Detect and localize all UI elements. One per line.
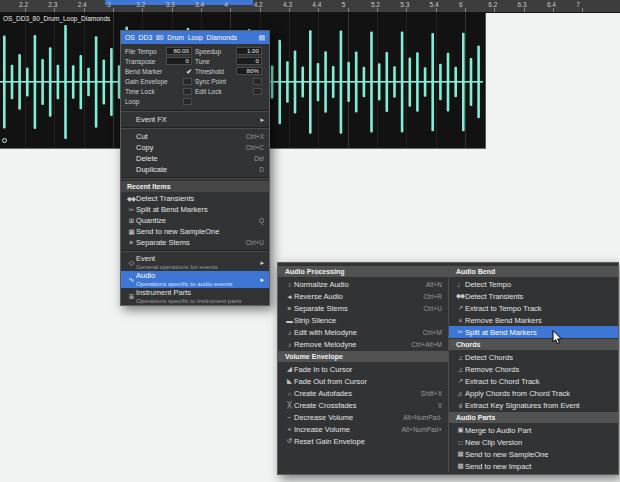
- submenu-item-label: Detect Tempo: [465, 280, 612, 289]
- submenu-item-fade-out-from-cursor[interactable]: ◣Fade Out from Cursor: [278, 375, 448, 387]
- split-icon: ✂: [126, 206, 136, 214]
- submenu-item-strip-silence[interactable]: ▬Strip Silence: [278, 314, 448, 326]
- menu-item-duplicate[interactable]: DuplicateD: [121, 164, 269, 175]
- quantize-icon: ⊞: [126, 217, 136, 225]
- file-tempo-field[interactable]: 80.00: [166, 47, 192, 55]
- melodyne-remove-icon: ♪: [284, 341, 294, 348]
- menu-item-cut[interactable]: CutCtrl+X: [121, 131, 269, 142]
- context-menu-title-bar: OS_DD3_80_Drum_Loop_Diamonds ▤: [121, 31, 269, 44]
- menu-item-detect-transients[interactable]: ◆◆Detect Transients: [121, 193, 269, 204]
- submenu-item-create-crossfades[interactable]: ╳Create CrossfadesX: [278, 399, 448, 411]
- menu-item-send-to-new-sampleone[interactable]: ▦Send to new SampleOne: [121, 226, 269, 237]
- menu-separator: [121, 250, 269, 252]
- submenu-item-detect-chords[interactable]: ♫Detect Chords: [449, 351, 618, 363]
- transients-icon: ◆◆: [455, 292, 465, 300]
- submenu-item-remove-bend-markers[interactable]: ×Remove Bend Markers: [449, 314, 618, 326]
- submenu-item-reverse-audio[interactable]: ◄Reverse AudioCtrl+R: [278, 290, 448, 302]
- submenu-item-decrease-volume[interactable]: −Decrease VolumeAlt+NumPad-: [278, 411, 448, 423]
- context-menu-title: OS_DD3_80_Drum_Loop_Diamonds: [125, 34, 258, 41]
- submenu-item-label: Reverse Audio: [294, 292, 418, 301]
- property-label: Loop: [125, 98, 139, 105]
- submenu-item-increase-volume[interactable]: +Increase VolumeAlt+NumPad+: [278, 423, 448, 435]
- loop-range[interactable]: [105, 0, 253, 5]
- timeline-ruler[interactable]: 2.22.32.433.23.33.444.24.34.455.25.35.46…: [0, 0, 620, 13]
- threshold-field[interactable]: 80%: [236, 67, 262, 75]
- submenu-item-detect-tempo[interactable]: ♩Detect Tempo: [449, 278, 618, 290]
- submenu-item-split-at-bend-markers[interactable]: ✂Split at Bend Markers: [449, 326, 618, 338]
- menu-item-copy[interactable]: CopyCtrl+C: [121, 142, 269, 153]
- submenu-item-merge-to-audio-part[interactable]: ▣Merge to Audio Part: [449, 424, 618, 436]
- gain-envelope-checkbox[interactable]: [183, 78, 192, 85]
- tempo-icon: ♩: [455, 281, 465, 288]
- submenu-item-remove-melodyne[interactable]: ♪Remove MelodyneCtrl+Alt+M: [278, 338, 448, 350]
- time-lock-checkbox[interactable]: [183, 88, 192, 95]
- bend-marker-checkmark-icon[interactable]: ✔: [186, 68, 192, 75]
- submenu-item-label: Merge to Audio Part: [465, 426, 612, 435]
- event-handle[interactable]: [2, 138, 7, 143]
- ruler-label: 7: [576, 1, 580, 8]
- menu-item-audio[interactable]: ∿AudioOperations specific to audio event…: [121, 271, 269, 288]
- loop-checkbox[interactable]: [183, 98, 192, 105]
- shortcut-label: Q: [259, 217, 264, 224]
- menu-item-event[interactable]: ◇EventGeneral operations for events▸: [121, 254, 269, 271]
- ruler-label: 3.2: [136, 1, 145, 8]
- stems-icon: ≡: [284, 305, 294, 312]
- menu-separator: [121, 127, 269, 129]
- submenu-item-apply-chords-from-chord-track[interactable]: ♬Apply Chords from Chord Track: [449, 387, 618, 399]
- submenu-item-new-clip-version[interactable]: □New Clip Version: [449, 436, 618, 448]
- submenu-item-extract-key-signatures-from-event[interactable]: ♯Extract Key Signatures from Event: [449, 399, 618, 411]
- ruler-label: 6.3: [518, 1, 527, 8]
- submenu-item-edit-with-melodyne[interactable]: ♪Edit with MelodyneCtrl+M: [278, 326, 448, 338]
- audio-submenu: Audio Processing↕Normalize AudioAlt+N◄Re…: [277, 262, 619, 475]
- submenu-item-label: Detect Chords: [465, 353, 612, 362]
- menu-item-separate-stems[interactable]: ≡Separate StemsCtrl+U: [121, 237, 269, 248]
- submenu-item-label: Create Autofades: [294, 389, 416, 398]
- speedup-field[interactable]: 1.00: [236, 47, 262, 55]
- submenu-section-header-chords: Chords: [449, 339, 618, 350]
- submenu-item-label: Extract to Tempo Track: [465, 304, 612, 313]
- split-icon: ✂: [455, 328, 465, 336]
- submenu-item-label: Fade In to Cursor: [294, 365, 442, 374]
- submenu-item-label: Remove Melodyne: [294, 340, 406, 349]
- impact-icon: ▩: [455, 462, 465, 470]
- menu-item-split-at-bend-markers[interactable]: ✂Split at Bend Markers: [121, 204, 269, 215]
- property-row: Bend Marker✔Threshold80%: [121, 66, 269, 76]
- property-cell-file-tempo: File Tempo80.00: [125, 47, 195, 55]
- submenu-item-send-to-new-sampleone[interactable]: ▦Send to new SampleOne: [449, 448, 618, 460]
- property-label: Time Lock: [125, 88, 155, 95]
- shortcut-label: Ctrl+Alt+M: [411, 341, 442, 348]
- submenu-item-label: Detect Transients: [465, 292, 612, 301]
- submenu-item-detect-transients[interactable]: ◆◆Detect Transients: [449, 290, 618, 302]
- shortcut-label: Alt+N: [426, 281, 442, 288]
- menu-item-instrument-parts[interactable]: ≣Instrument PartsOperations specific to …: [121, 288, 269, 305]
- menu-item-quantize[interactable]: ⊞QuantizeQ: [121, 215, 269, 226]
- tune-field[interactable]: 0: [236, 57, 262, 65]
- menu-item-label: Copy: [136, 143, 240, 152]
- menu-item-delete[interactable]: DeleteDel: [121, 153, 269, 164]
- submenu-item-send-to-new-impact[interactable]: ▩Send to new Impact: [449, 460, 618, 472]
- sync-point-checkbox[interactable]: [253, 78, 262, 85]
- submenu-item-label: Remove Bend Markers: [465, 316, 612, 325]
- menu-item-label: Quantize: [136, 216, 254, 225]
- menu-item-texts: AudioOperations specific to audio events: [136, 272, 255, 287]
- submenu-item-extract-to-tempo-track[interactable]: ↗Extract to Tempo Track: [449, 302, 618, 314]
- menu-item-label: Detect Transients: [136, 194, 264, 203]
- merge-icon: ▣: [455, 426, 465, 434]
- submenu-item-reset-gain-envelope[interactable]: ↺Reset Gain Envelope: [278, 435, 448, 447]
- edit-lock-checkbox[interactable]: [253, 88, 262, 95]
- submenu-item-extract-to-chord-track[interactable]: ↗Extract to Chord Track: [449, 375, 618, 387]
- property-cell-transpose: Transpose0: [125, 57, 195, 65]
- shortcut-label: X: [438, 402, 442, 409]
- submenu-item-create-autofades[interactable]: ∩Create AutofadesShift+X: [278, 387, 448, 399]
- ruler-tick: [172, 8, 173, 12]
- submenu-item-remove-chords[interactable]: ♫Remove Chords: [449, 363, 618, 375]
- submenu-section-header-audio-processing: Audio Processing: [278, 266, 448, 277]
- menu-item-label: Duplicate: [136, 165, 254, 174]
- submenu-item-fade-in-to-cursor[interactable]: ◢Fade In to Cursor: [278, 363, 448, 375]
- ruler-label: 5.4: [430, 1, 439, 8]
- remove-chords-icon: ♫: [455, 366, 465, 373]
- submenu-item-normalize-audio[interactable]: ↕Normalize AudioAlt+N: [278, 278, 448, 290]
- submenu-item-separate-stems[interactable]: ≡Separate StemsCtrl+U: [278, 302, 448, 314]
- transpose-field[interactable]: 0: [166, 57, 192, 65]
- menu-item-event-fx[interactable]: Event FX▸: [121, 114, 269, 125]
